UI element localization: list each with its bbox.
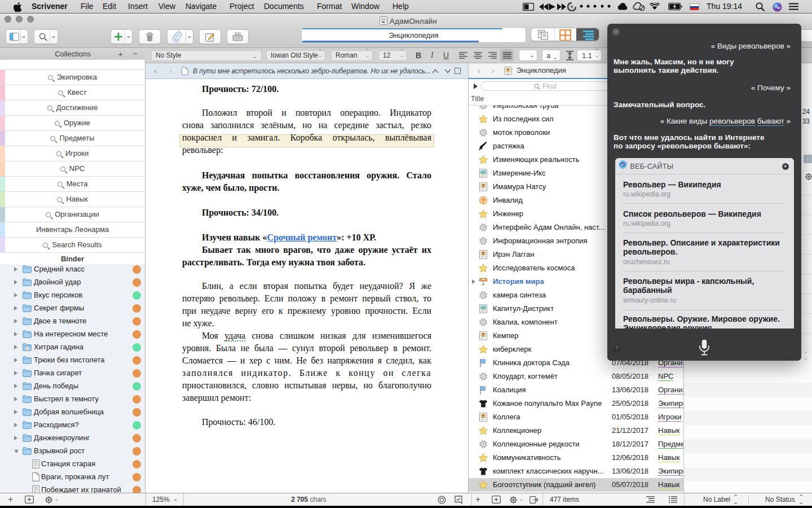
svg-text:?: ? bbox=[482, 197, 485, 203]
